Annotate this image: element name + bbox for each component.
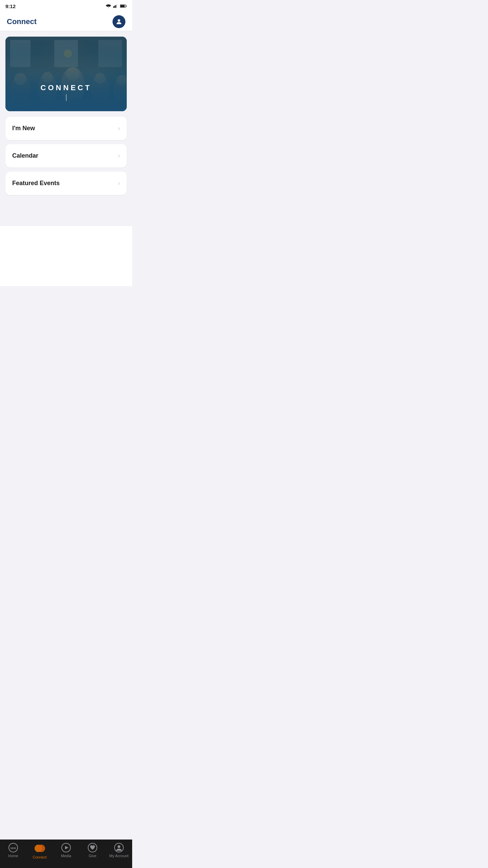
svg-rect-5 [126, 5, 127, 7]
status-bar: 9:12 [0, 0, 132, 12]
svg-rect-0 [113, 6, 114, 8]
profile-avatar-button[interactable] [113, 15, 125, 28]
featured-events-card[interactable]: Featured Events › [5, 172, 127, 195]
hero-text: CONNECT [5, 83, 127, 101]
hero-divider [66, 94, 66, 101]
hero-card[interactable]: CONNECT [5, 37, 127, 111]
header: Connect [0, 12, 132, 31]
calendar-chevron-icon: › [118, 152, 120, 159]
page-wrapper: 9:12 Connect [0, 0, 132, 286]
svg-rect-6 [120, 5, 125, 7]
im-new-card[interactable]: I'm New › [5, 117, 127, 140]
header-title: Connect [7, 17, 37, 26]
im-new-chevron-icon: › [118, 125, 120, 132]
svg-point-7 [118, 19, 120, 21]
svg-rect-3 [116, 4, 117, 8]
status-icons [106, 4, 127, 8]
calendar-card[interactable]: Calendar › [5, 144, 127, 167]
im-new-label: I'm New [12, 125, 35, 132]
status-time: 9:12 [5, 3, 16, 9]
wifi-icon [106, 4, 111, 8]
hero-title: CONNECT [41, 83, 92, 92]
user-icon [115, 18, 123, 25]
svg-rect-2 [115, 5, 116, 8]
main-content: CONNECT I'm New › Calendar › Featured Ev… [0, 31, 132, 226]
featured-events-label: Featured Events [12, 180, 60, 187]
featured-events-chevron-icon: › [118, 180, 120, 187]
svg-rect-1 [114, 6, 115, 8]
signal-icon [113, 4, 118, 8]
calendar-label: Calendar [12, 152, 38, 159]
battery-icon [120, 4, 127, 8]
